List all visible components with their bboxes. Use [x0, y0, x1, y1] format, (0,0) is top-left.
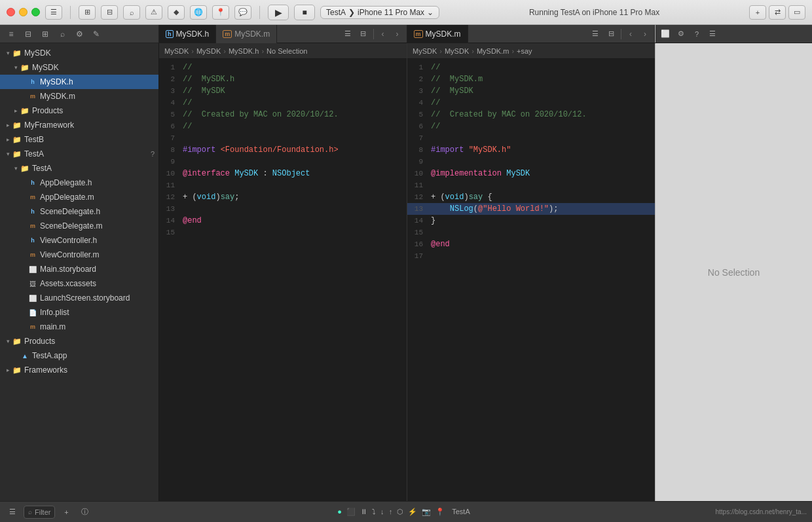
- left-code-editor[interactable]: 1// 2// MySDK.h 3// MySDK 4// 5// Create…: [159, 59, 407, 501]
- environment-button[interactable]: 🌐: [190, 5, 207, 20]
- maximize-button[interactable]: [31, 8, 40, 16]
- sidebar-item-mySDK-group[interactable]: ▾ 📁 MySDK: [0, 60, 158, 75]
- inspector-btn2[interactable]: ⚙: [674, 28, 688, 41]
- left-forward-btn[interactable]: ›: [391, 28, 404, 41]
- sidebar-item-testA-group[interactable]: ▾ 📁 TestA ?: [0, 147, 158, 161]
- code-line: 6//: [159, 121, 407, 132]
- search-button[interactable]: ⌕: [123, 5, 140, 20]
- breadcrumb-item[interactable]: +say: [517, 47, 532, 55]
- sidebar-item-appDelegate-m[interactable]: m AppDelegate.m: [0, 190, 158, 204]
- step-into-btn[interactable]: ↓: [380, 508, 384, 515]
- add-file-btn[interactable]: ⚙: [72, 28, 86, 41]
- code-line-highlighted: 13 NSLog(@"Hello World!");: [407, 203, 655, 215]
- capture-btn[interactable]: 📷: [422, 508, 431, 515]
- bottom-add-btn[interactable]: +: [59, 506, 73, 519]
- left-back-btn[interactable]: ‹: [377, 28, 390, 41]
- sidebar-item-mySDK-root[interactable]: ▾ 📁 MySDK: [0, 46, 158, 60]
- library-button[interactable]: ⊟: [101, 5, 118, 20]
- inspector-btn4[interactable]: ☰: [705, 28, 720, 41]
- comment-button[interactable]: 💬: [234, 5, 251, 20]
- minimize-button[interactable]: [19, 8, 28, 16]
- sidebar-item-info-plist[interactable]: 📄 Info.plist: [0, 305, 158, 320]
- grid-btn[interactable]: ⊞: [38, 28, 52, 41]
- right-split-btn[interactable]: ⊟: [604, 28, 618, 41]
- status-text: TestA: [452, 508, 470, 515]
- sidebar-item-viewController-m[interactable]: m ViewController.m: [0, 248, 158, 262]
- pause-btn[interactable]: ⏸: [360, 508, 367, 515]
- sidebar-item-launchScreen[interactable]: ⬜ LaunchScreen.storyboard: [0, 291, 158, 305]
- split-button[interactable]: ⇄: [769, 5, 786, 20]
- location-button[interactable]: 📍: [212, 5, 229, 20]
- sidebar-item-myFramework[interactable]: ▸ 📁 MyFramework: [0, 118, 158, 132]
- breadcrumb-item[interactable]: No Selection: [267, 47, 307, 55]
- right-back-btn[interactable]: ‹: [624, 28, 637, 41]
- sidebar-item-sceneDelegate-m[interactable]: m SceneDelegate.m: [0, 219, 158, 233]
- folder-icon: 📁: [20, 163, 30, 174]
- right-list-btn[interactable]: ☰: [588, 28, 602, 41]
- disclosure-icon: ▸: [4, 367, 12, 373]
- sidebar-item-testB[interactable]: ▸ 📁 TestB: [0, 132, 158, 147]
- warning-button[interactable]: ⚠: [145, 5, 162, 20]
- breadcrumb-item[interactable]: MySDK: [413, 47, 437, 55]
- left-breadcrumb: MySDK › MySDK › MySDK.h › No Selection: [159, 43, 407, 59]
- left-list-btn[interactable]: ☰: [341, 28, 355, 41]
- left-tab-active[interactable]: h MySDK.h: [159, 25, 216, 43]
- breadcrumb-item[interactable]: MySDK: [445, 47, 469, 55]
- tab-h-icon: h: [166, 30, 174, 38]
- hierarchy-btn[interactable]: ⊟: [21, 28, 35, 41]
- sidebar-item-mySDK-m[interactable]: m MySDK.m: [0, 89, 158, 103]
- hierarchy-button[interactable]: ⊞: [79, 5, 96, 20]
- step-out-btn[interactable]: ↑: [389, 508, 393, 515]
- step-over-btn[interactable]: ⤵: [372, 508, 376, 515]
- sidebar-item-appDelegate-h[interactable]: h AppDelegate.h: [0, 176, 158, 190]
- left-tab-secondary[interactable]: m MySDK.m: [216, 25, 277, 43]
- sidebar-item-testA-inner[interactable]: ▾ 📁 TestA: [0, 161, 158, 176]
- chevron-icon: ❯: [348, 8, 355, 17]
- inspector-btn3[interactable]: ?: [690, 28, 704, 41]
- sidebar-item-main-storyboard[interactable]: ⬜ Main.storyboard: [0, 262, 158, 276]
- sidebar-item-products2[interactable]: ▾ 📁 Products: [0, 334, 158, 348]
- breadcrumb-item[interactable]: MySDK.h: [229, 47, 259, 55]
- scheme-selector[interactable]: TestA ❯ iPhone 11 Pro Max ⌄: [320, 6, 439, 19]
- close-button[interactable]: [7, 8, 15, 16]
- run-button[interactable]: ▶: [268, 5, 289, 20]
- right-code-editor[interactable]: 1// 2// MySDK.m 3// MySDK 4// 5// Create…: [407, 59, 655, 501]
- breadcrumb-item[interactable]: MySDK: [164, 47, 189, 55]
- inspector-btn1[interactable]: ⬜: [658, 28, 673, 41]
- stop-button[interactable]: ■: [294, 5, 315, 20]
- sidebar-item-assets[interactable]: 🖼 Assets.xcassets: [0, 276, 158, 291]
- right-tab-active[interactable]: m MySDK.m: [407, 25, 468, 43]
- folder-icon: 📁: [20, 62, 30, 73]
- debug-btn[interactable]: ●: [337, 508, 342, 515]
- sidebar-toggle-button[interactable]: ☰: [45, 5, 62, 20]
- sidebar-item-testA-app[interactable]: ▲ TestA.app: [0, 348, 158, 363]
- sidebar-toggle-bottom[interactable]: ☰: [5, 506, 20, 519]
- add-button[interactable]: +: [749, 5, 766, 20]
- right-forward-btn[interactable]: ›: [638, 28, 652, 41]
- layout-button[interactable]: ▭: [788, 5, 805, 20]
- h-file-icon: h: [28, 77, 38, 87]
- filter-btn[interactable]: ⌕: [55, 28, 69, 41]
- location-btn[interactable]: 📍: [435, 508, 445, 515]
- sidebar-item-main-m[interactable]: m main.m: [0, 320, 158, 334]
- sidebar-item-products1[interactable]: ▸ 📁 Products: [0, 103, 158, 118]
- breakpoint-button[interactable]: ◆: [168, 5, 185, 20]
- sidebar-item-viewController-h[interactable]: h ViewController.h: [0, 233, 158, 248]
- code-line: 3// MySDK: [407, 85, 655, 97]
- left-split-btn[interactable]: ⊟: [356, 28, 371, 41]
- breadcrumb-item[interactable]: MySDK: [196, 47, 221, 55]
- code-line: 7: [407, 132, 655, 144]
- code-line: 14}: [407, 215, 655, 227]
- sidebar-item-frameworks[interactable]: ▸ 📁 Frameworks: [0, 363, 158, 377]
- settings-btn[interactable]: ✎: [89, 28, 103, 41]
- sidebar-item-mySDK-h[interactable]: h MySDK.h: [0, 75, 158, 89]
- view-debugger-btn[interactable]: ⬡: [397, 508, 403, 515]
- breadcrumb-item[interactable]: MySDK.m: [477, 47, 509, 55]
- filter-box[interactable]: ⌕ Filter: [24, 506, 55, 519]
- stop-indicator[interactable]: ⬛: [346, 508, 356, 515]
- m-file-icon: m: [28, 250, 38, 260]
- memory-btn[interactable]: ⚡: [408, 508, 417, 515]
- bottom-info-btn[interactable]: ⓘ: [77, 506, 92, 519]
- folder-toggle-btn[interactable]: ≡: [4, 28, 18, 41]
- sidebar-item-sceneDelegate-h[interactable]: h SceneDelegate.h: [0, 204, 158, 219]
